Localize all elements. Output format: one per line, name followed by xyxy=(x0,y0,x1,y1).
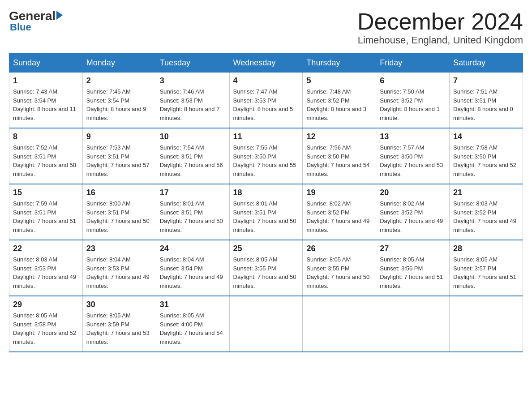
day-info: Sunrise: 8:01 AMSunset: 3:51 PMDaylight:… xyxy=(233,199,299,234)
day-number: 28 xyxy=(453,244,519,253)
day-info: Sunrise: 8:05 AMSunset: 3:56 PMDaylight:… xyxy=(380,255,446,290)
calendar-day-cell: 16 Sunrise: 8:00 AMSunset: 3:51 PMDaylig… xyxy=(82,184,156,240)
logo-arrow-icon xyxy=(56,11,63,20)
calendar-day-cell: 18 Sunrise: 8:01 AMSunset: 3:51 PMDaylig… xyxy=(229,184,303,240)
day-number: 4 xyxy=(233,76,299,86)
day-info: Sunrise: 8:05 AMSunset: 3:59 PMDaylight:… xyxy=(86,311,152,346)
calendar-day-cell: 29 Sunrise: 8:05 AMSunset: 3:58 PMDaylig… xyxy=(9,296,83,352)
day-number: 29 xyxy=(13,300,79,309)
day-info: Sunrise: 7:43 AMSunset: 3:54 PMDaylight:… xyxy=(13,87,79,122)
calendar-empty-cell xyxy=(303,296,376,352)
day-number: 25 xyxy=(233,244,299,253)
day-info: Sunrise: 8:05 AMSunset: 3:55 PMDaylight:… xyxy=(306,255,372,290)
day-number: 18 xyxy=(233,188,299,197)
day-number: 23 xyxy=(86,244,152,253)
calendar-day-cell: 25 Sunrise: 8:05 AMSunset: 3:55 PMDaylig… xyxy=(229,240,303,296)
calendar-week-row: 22 Sunrise: 8:03 AMSunset: 3:53 PMDaylig… xyxy=(9,240,523,296)
day-number: 30 xyxy=(86,300,152,309)
calendar-day-cell: 24 Sunrise: 8:04 AMSunset: 3:54 PMDaylig… xyxy=(156,240,229,296)
calendar-table: SundayMondayTuesdayWednesdayThursdayFrid… xyxy=(9,53,523,352)
calendar-day-cell: 12 Sunrise: 7:56 AMSunset: 3:50 PMDaylig… xyxy=(303,128,376,184)
calendar-day-cell: 17 Sunrise: 8:01 AMSunset: 3:51 PMDaylig… xyxy=(156,184,229,240)
calendar-day-cell: 4 Sunrise: 7:47 AMSunset: 3:53 PMDayligh… xyxy=(229,73,303,128)
calendar-day-cell: 2 Sunrise: 7:45 AMSunset: 3:54 PMDayligh… xyxy=(82,73,156,128)
title-area: December 2024 Limehouse, England, United… xyxy=(357,9,523,46)
day-number: 6 xyxy=(380,76,446,86)
day-header-tuesday: Tuesday xyxy=(156,54,229,73)
day-number: 8 xyxy=(13,132,79,141)
day-info: Sunrise: 7:55 AMSunset: 3:50 PMDaylight:… xyxy=(233,143,299,178)
day-header-sunday: Sunday xyxy=(9,54,83,73)
day-number: 17 xyxy=(160,188,226,197)
day-info: Sunrise: 7:51 AMSunset: 3:51 PMDaylight:… xyxy=(453,87,519,122)
calendar-empty-cell xyxy=(376,296,450,352)
calendar-day-cell: 15 Sunrise: 7:59 AMSunset: 3:51 PMDaylig… xyxy=(9,184,83,240)
day-info: Sunrise: 7:58 AMSunset: 3:50 PMDaylight:… xyxy=(453,143,519,178)
day-number: 13 xyxy=(380,132,446,141)
day-header-wednesday: Wednesday xyxy=(229,54,303,73)
day-number: 12 xyxy=(306,132,372,141)
calendar-day-cell: 7 Sunrise: 7:51 AMSunset: 3:51 PMDayligh… xyxy=(450,73,523,128)
day-info: Sunrise: 8:03 AMSunset: 3:52 PMDaylight:… xyxy=(453,199,519,234)
day-info: Sunrise: 8:02 AMSunset: 3:52 PMDaylight:… xyxy=(380,199,446,234)
day-info: Sunrise: 8:05 AMSunset: 3:55 PMDaylight:… xyxy=(233,255,299,290)
day-info: Sunrise: 7:46 AMSunset: 3:53 PMDaylight:… xyxy=(160,87,226,122)
day-number: 14 xyxy=(453,132,519,141)
day-info: Sunrise: 8:04 AMSunset: 3:54 PMDaylight:… xyxy=(160,255,226,290)
day-info: Sunrise: 8:04 AMSunset: 3:53 PMDaylight:… xyxy=(86,255,152,290)
calendar-empty-cell xyxy=(229,296,303,352)
calendar-day-cell: 14 Sunrise: 7:58 AMSunset: 3:50 PMDaylig… xyxy=(450,128,523,184)
calendar-day-cell: 23 Sunrise: 8:04 AMSunset: 3:53 PMDaylig… xyxy=(82,240,156,296)
calendar-day-cell: 8 Sunrise: 7:52 AMSunset: 3:51 PMDayligh… xyxy=(9,128,83,184)
day-number: 31 xyxy=(160,300,226,309)
calendar-day-cell: 6 Sunrise: 7:50 AMSunset: 3:52 PMDayligh… xyxy=(376,73,450,128)
day-info: Sunrise: 7:56 AMSunset: 3:50 PMDaylight:… xyxy=(306,143,372,178)
calendar-day-cell: 10 Sunrise: 7:54 AMSunset: 3:51 PMDaylig… xyxy=(156,128,229,184)
day-header-thursday: Thursday xyxy=(303,54,376,73)
day-number: 20 xyxy=(380,188,446,197)
calendar-empty-cell xyxy=(450,296,523,352)
day-number: 22 xyxy=(13,244,79,253)
location-subtitle: Limehouse, England, United Kingdom xyxy=(357,34,523,46)
calendar-week-row: 1 Sunrise: 7:43 AMSunset: 3:54 PMDayligh… xyxy=(9,73,523,128)
day-number: 1 xyxy=(13,76,79,86)
calendar-day-cell: 19 Sunrise: 8:02 AMSunset: 3:52 PMDaylig… xyxy=(303,184,376,240)
day-info: Sunrise: 7:47 AMSunset: 3:53 PMDaylight:… xyxy=(233,87,299,122)
day-info: Sunrise: 8:05 AMSunset: 3:58 PMDaylight:… xyxy=(13,311,79,346)
calendar-day-cell: 26 Sunrise: 8:05 AMSunset: 3:55 PMDaylig… xyxy=(303,240,376,296)
day-info: Sunrise: 8:02 AMSunset: 3:52 PMDaylight:… xyxy=(306,199,372,234)
day-header-saturday: Saturday xyxy=(450,54,523,73)
day-number: 15 xyxy=(13,188,79,197)
calendar-day-cell: 31 Sunrise: 8:05 AMSunset: 4:00 PMDaylig… xyxy=(156,296,229,352)
calendar-header-row: SundayMondayTuesdayWednesdayThursdayFrid… xyxy=(9,54,523,73)
day-info: Sunrise: 7:59 AMSunset: 3:51 PMDaylight:… xyxy=(13,199,79,234)
calendar-day-cell: 30 Sunrise: 8:05 AMSunset: 3:59 PMDaylig… xyxy=(82,296,156,352)
calendar-day-cell: 1 Sunrise: 7:43 AMSunset: 3:54 PMDayligh… xyxy=(9,73,83,128)
month-title: December 2024 xyxy=(357,9,523,34)
calendar-day-cell: 28 Sunrise: 8:05 AMSunset: 3:57 PMDaylig… xyxy=(450,240,523,296)
day-header-friday: Friday xyxy=(376,54,450,73)
day-info: Sunrise: 7:48 AMSunset: 3:52 PMDaylight:… xyxy=(306,87,372,122)
day-number: 21 xyxy=(453,188,519,197)
day-info: Sunrise: 7:45 AMSunset: 3:54 PMDaylight:… xyxy=(86,87,152,122)
day-info: Sunrise: 8:05 AMSunset: 3:57 PMDaylight:… xyxy=(453,255,519,290)
calendar-day-cell: 20 Sunrise: 8:02 AMSunset: 3:52 PMDaylig… xyxy=(376,184,450,240)
day-number: 5 xyxy=(306,76,372,86)
day-info: Sunrise: 8:01 AMSunset: 3:51 PMDaylight:… xyxy=(160,199,226,234)
day-number: 2 xyxy=(86,76,152,86)
day-info: Sunrise: 8:05 AMSunset: 4:00 PMDaylight:… xyxy=(160,311,226,346)
day-number: 24 xyxy=(160,244,226,253)
page-header: General Blue December 2024 Limehouse, En… xyxy=(9,9,523,46)
calendar-day-cell: 21 Sunrise: 8:03 AMSunset: 3:52 PMDaylig… xyxy=(450,184,523,240)
day-info: Sunrise: 7:54 AMSunset: 3:51 PMDaylight:… xyxy=(160,143,226,178)
day-info: Sunrise: 7:50 AMSunset: 3:52 PMDaylight:… xyxy=(380,87,446,122)
calendar-day-cell: 13 Sunrise: 7:57 AMSunset: 3:50 PMDaylig… xyxy=(376,128,450,184)
day-info: Sunrise: 7:57 AMSunset: 3:50 PMDaylight:… xyxy=(380,143,446,178)
day-header-monday: Monday xyxy=(82,54,156,73)
calendar-day-cell: 3 Sunrise: 7:46 AMSunset: 3:53 PMDayligh… xyxy=(156,73,229,128)
day-number: 27 xyxy=(380,244,446,253)
day-number: 16 xyxy=(86,188,152,197)
day-number: 19 xyxy=(306,188,372,197)
day-info: Sunrise: 7:53 AMSunset: 3:51 PMDaylight:… xyxy=(86,143,152,178)
day-number: 11 xyxy=(233,132,299,141)
